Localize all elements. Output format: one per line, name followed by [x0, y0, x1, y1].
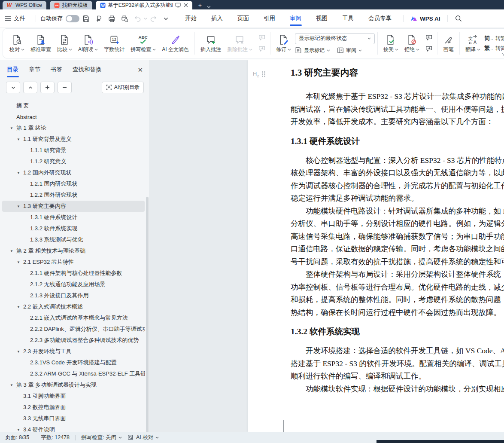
- toc-item[interactable]: 3.3 无线串口界面: [2, 413, 145, 424]
- autosave-toggle-off[interactable]: [66, 15, 79, 22]
- document-text-line[interactable]: 功率控制板、信号板等进行合理布局。优化硬件电路的走线，减少信号: [291, 281, 504, 294]
- document-text-line[interactable]: 口通信电路，保证数据的稳定传输。同时，考虑各功能模块之间的电气: [291, 243, 504, 256]
- next-change-button[interactable]: [424, 45, 434, 53]
- toc-item[interactable]: 2.3.1VS Code 开发环境搭建与配置: [2, 357, 145, 368]
- file-menu-button[interactable]: 文件: [5, 15, 25, 22]
- accept-change-button[interactable]: 接受: [380, 33, 401, 54]
- sidebar-tab-chapters[interactable]: 章节: [29, 66, 40, 73]
- ink-pen-button[interactable]: 画笔: [440, 33, 457, 54]
- toc-item[interactable]: 摘 要: [2, 100, 145, 111]
- ai-polish-button[interactable]: AI 全文润色: [159, 33, 192, 54]
- collapse-all-button[interactable]: [23, 82, 37, 93]
- toc-collapse-arrow-icon[interactable]: ▼: [16, 428, 23, 432]
- toc-item[interactable]: 2.3.2 ARM-GCC 与 Xtensa-ESP32-ELF 工具链 ...: [2, 368, 145, 379]
- toc-collapse-arrow-icon[interactable]: ▼: [16, 350, 23, 354]
- document-text-line[interactable]: 搭建基于 ESP32 - S3 的软件开发环境。配置相关的编译、调试工具，: [291, 357, 504, 370]
- document-text-line[interactable]: 分析仪、串口助手等，分别设计相应的硬件电路。例如，为逻辑分析仪: [291, 217, 504, 230]
- proofread-button[interactable]: 校对: [6, 33, 27, 54]
- word-count-indicator[interactable]: 字数: 12478: [41, 434, 70, 441]
- toc-item[interactable]: 2.1.3 外设接口及其作用: [2, 290, 145, 301]
- show-markup-button[interactable]: 显示标记: [295, 47, 330, 54]
- previous-comment-button[interactable]: [257, 34, 267, 42]
- toc-collapse-arrow-icon[interactable]: ▼: [9, 126, 16, 130]
- menu-tab[interactable]: 视图: [315, 12, 328, 24]
- document-text-line[interactable]: 作为调试器核心控制器的合理性，并完成芯片的配置与初始化工作，确: [291, 180, 504, 192]
- undo-chevron-icon[interactable]: [144, 18, 147, 20]
- toc-item[interactable]: 1.1.1 研究背景: [2, 145, 145, 156]
- ai-proofread-status[interactable]: AI 校对: [128, 434, 159, 441]
- expand-all-button[interactable]: [6, 82, 20, 93]
- redo-button[interactable]: [149, 13, 159, 24]
- word-count-button[interactable]: 12 字数统计: [101, 33, 128, 54]
- toc-item[interactable]: ▼2.1 ESP32 芯片特性: [2, 257, 145, 268]
- toc-item[interactable]: 2.2.1 嵌入式调试的基本概念与常见方法: [2, 312, 145, 324]
- toc-item[interactable]: 2.2.3 多功能调试器整合多种调试技术的优势: [2, 335, 145, 346]
- toc-item[interactable]: 1.2.1 国内研究现状: [2, 178, 145, 189]
- insert-comment-button[interactable]: 插入批注: [197, 33, 224, 54]
- toc-item[interactable]: ▼1.3 研究主要内容: [2, 201, 145, 212]
- translate-button[interactable]: 文A 翻译: [462, 33, 483, 54]
- toc-item[interactable]: 1.2.2 国外研究现状: [2, 189, 145, 201]
- menu-tab[interactable]: 插入: [210, 12, 224, 24]
- document-content[interactable]: 1.3 研究主要内容本研究聚焦于基于 ESP32 - S3 芯片设计一款集成多种…: [291, 66, 504, 395]
- review-pane-button[interactable]: 审阅: [337, 47, 362, 54]
- toc-item[interactable]: ▼第 3 章 多功能调试器设计与实现: [2, 379, 145, 391]
- heading-level-marker[interactable]: H2: [253, 70, 265, 78]
- sidebar-close-icon[interactable]: ✕: [137, 67, 143, 73]
- document-text-line[interactable]: 开发环境搭建：选择合适的软件开发工具链，如 VS Code、ARM: [291, 345, 504, 357]
- spellcheck-status[interactable]: 拼写检查: 关闭: [81, 434, 122, 441]
- autosave-control[interactable]: 自动保存: [40, 15, 79, 22]
- document-text-line[interactable]: 整体硬件架构与布局设计：采用分层架构设计整体硬件系统，将核: [291, 268, 504, 281]
- page-indicator[interactable]: 页面: 8/35: [5, 434, 29, 441]
- drag-handle-icon[interactable]: [262, 71, 265, 77]
- previous-change-button[interactable]: [424, 34, 434, 42]
- menu-tab[interactable]: 开始: [184, 12, 197, 24]
- toc-item[interactable]: 1.1.2 研究意义: [2, 156, 145, 167]
- next-comment-button[interactable]: [257, 45, 267, 53]
- toc-item[interactable]: 3.2 数控电源界面: [2, 402, 145, 413]
- document-text-line[interactable]: 热结构，确保在长时间运行过程中硬件不会因过热而出现故障。: [291, 306, 504, 319]
- traditional-to-simplified-button[interactable]: 繁→ 转简: [484, 45, 504, 52]
- document-heading[interactable]: 1.3.1 硬件系统设计: [291, 135, 504, 147]
- document-page[interactable]: H2 1.3 研究主要内容本研究聚焦于基于 ESP32 - S3 芯片设计一款集…: [248, 60, 504, 432]
- toc-item[interactable]: Abstract: [2, 111, 145, 122]
- tab-list-chevron-icon[interactable]: [207, 6, 211, 8]
- menu-tab[interactable]: 会员专享: [367, 12, 392, 24]
- markup-state-select[interactable]: 显示标记的最终状态: [295, 33, 375, 44]
- toc-item[interactable]: 1.3.3 系统测试与优化: [2, 234, 145, 245]
- toc-collapse-arrow-icon[interactable]: ▼: [16, 137, 23, 141]
- document-text-line[interactable]: 功能模块硬件电路设计：针对调试器所集成的多种功能，如 DAP: [291, 205, 504, 218]
- document-heading[interactable]: 1.3.2 软件系统实现: [291, 326, 504, 338]
- document-text-line[interactable]: 能调试器，旨在解决传统调试工具功能单一、使用不便等问题，提高嵌: [291, 103, 504, 116]
- sidebar-tab-contents[interactable]: 目录: [7, 66, 18, 73]
- toc-item[interactable]: ▼2.3 开发环境与工具: [2, 346, 145, 357]
- track-changes-button[interactable]: 修订: [273, 33, 294, 54]
- close-tab-icon[interactable]: [184, 3, 188, 7]
- toc-item[interactable]: 1.3.1 硬件系统设计: [2, 212, 145, 223]
- document-text-line[interactable]: 高速信号采集电路，确保能够准确捕获数字信号；为串口助手功能设计: [291, 230, 504, 243]
- toc-collapse-arrow-icon[interactable]: ▼: [9, 249, 16, 253]
- zoom-out-button[interactable]: [58, 82, 72, 93]
- toc-item[interactable]: 1.3.2 软件系统实现: [2, 223, 145, 234]
- tab-wps-office[interactable]: W WPS Office: [3, 1, 46, 9]
- menu-tab[interactable]: 引用: [263, 12, 276, 24]
- menu-tab[interactable]: 工具: [341, 12, 355, 24]
- document-text-line[interactable]: 本研究聚焦于基于 ESP32 - S3 芯片设计一款集成多种功能的嵌: [291, 90, 504, 103]
- toc-item[interactable]: 2.1.1 硬件架构与核心处理器性能参数: [2, 268, 145, 279]
- toc-collapse-arrow-icon[interactable]: ▼: [9, 383, 16, 387]
- quickbar-more-chevron-icon[interactable]: [164, 17, 168, 20]
- document-text-line[interactable]: 和损耗，提高系统的整体性能。同时，考虑硬件系统的散热问题，设计: [291, 293, 504, 306]
- tab-document-active[interactable]: W 基于ESP32的嵌入式多功能调: [96, 1, 192, 9]
- toc-item[interactable]: ▼1.1 研究背景及意义: [2, 134, 145, 145]
- toc-item[interactable]: ▼第 2 章 相关技术与理论基础: [2, 245, 145, 257]
- document-heading[interactable]: 1.3 研究主要内容: [291, 66, 504, 79]
- toc-item[interactable]: ▼2.2 嵌入式调试技术概述: [2, 301, 145, 312]
- standard-review-button[interactable]: 标准审查: [27, 33, 54, 54]
- toc-item[interactable]: ▼第 1 章 绪论: [2, 122, 145, 134]
- sidebar-tab-find-replace[interactable]: 查找和替换: [73, 66, 102, 73]
- toc-item[interactable]: 2.2.2 DAPlink、逻辑分析仪、串口助手等调试功 ...: [2, 324, 145, 335]
- reject-change-button[interactable]: 拒绝: [401, 33, 422, 54]
- tab-docer-templates[interactable]: 找稻壳模板: [50, 1, 92, 9]
- group-expand-icon[interactable]: [501, 52, 504, 56]
- document-text-line[interactable]: 核处理器架构、丰富的外设接口以及强大的无线通信能力等，以此为基: [291, 167, 504, 180]
